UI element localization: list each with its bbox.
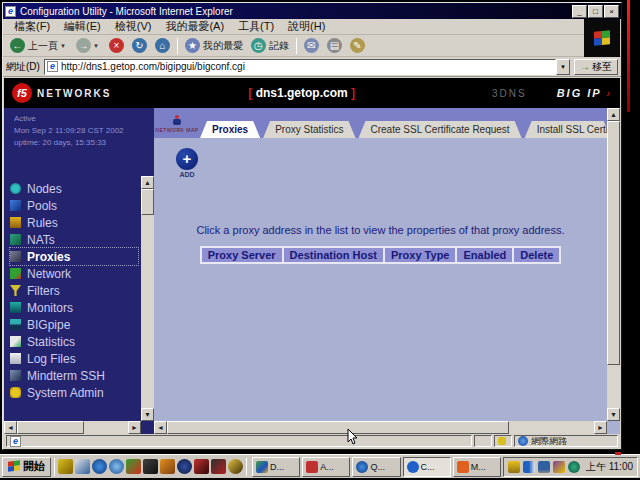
sidebar-item-monitors[interactable]: Monitors xyxy=(10,299,138,316)
scroll-up-icon[interactable]: ▲ xyxy=(141,176,154,189)
scroll-down-icon[interactable]: ▼ xyxy=(141,408,154,421)
quick-launch-icon[interactable] xyxy=(160,459,175,474)
link-3dns[interactable]: 3DNS xyxy=(492,88,527,99)
scroll-up-icon[interactable]: ▲ xyxy=(607,108,620,121)
main-horizontal-scrollbar[interactable]: ◄ ► xyxy=(154,421,607,434)
ie-logo-icon: e xyxy=(5,6,16,17)
forward-dropdown-icon[interactable]: ▼ xyxy=(93,43,99,49)
quick-launch-icon[interactable] xyxy=(109,459,124,474)
refresh-button[interactable]: ↻ xyxy=(128,37,151,54)
history-button[interactable]: ◷ 記錄 xyxy=(247,37,293,54)
task-window-button[interactable]: A... xyxy=(302,457,350,477)
task-window-button[interactable]: Q... xyxy=(352,457,400,477)
stop-button[interactable]: × xyxy=(105,37,128,54)
f5-logo-icon[interactable]: f5 xyxy=(12,83,32,103)
close-button[interactable]: × xyxy=(604,5,619,18)
mail-icon: ✉ xyxy=(304,38,319,53)
volume-icon[interactable] xyxy=(508,461,520,473)
link-bigip[interactable]: BIG IP › xyxy=(557,87,612,99)
quick-launch-icon[interactable] xyxy=(211,459,226,474)
menu-favorites[interactable]: 我的最愛(A) xyxy=(158,19,231,34)
sidebar-item-log-files[interactable]: Log Files xyxy=(10,350,138,367)
sidebar-item-filters[interactable]: Filters xyxy=(10,282,138,299)
menu-edit[interactable]: 編輯(E) xyxy=(57,19,108,34)
quick-launch-icon[interactable] xyxy=(194,459,209,474)
tab-proxy-statistics[interactable]: Proxy Statistics xyxy=(263,121,355,138)
input-language-icon[interactable] xyxy=(523,461,535,473)
maximize-button[interactable]: □ xyxy=(588,5,603,18)
quick-launch-icon[interactable] xyxy=(143,459,158,474)
date-line: Mon Sep 2 11:09:28 CST 2002 xyxy=(14,125,154,137)
status-message-pane: e xyxy=(6,435,472,447)
tab-create-ssl-certificate-request[interactable]: Create SSL Certificate Request xyxy=(359,121,522,138)
quick-launch-icon[interactable] xyxy=(228,459,243,474)
sidebar-item-nats[interactable]: NATs xyxy=(10,231,138,248)
scroll-down-icon[interactable]: ▼ xyxy=(607,408,620,421)
tray-app-icon[interactable] xyxy=(568,461,580,473)
task-window-button[interactable]: M... xyxy=(453,457,501,477)
edit-icon: ✎ xyxy=(350,38,365,53)
address-input[interactable]: e http://dns1.getop.com/bigipgui/bigconf… xyxy=(44,59,556,75)
quick-launch-icon[interactable] xyxy=(177,459,192,474)
quick-launch-icon[interactable] xyxy=(126,459,141,474)
back-dropdown-icon[interactable]: ▼ xyxy=(60,43,66,49)
sidebar-item-proxies[interactable]: Proxies xyxy=(10,248,138,265)
mouse-cursor xyxy=(347,428,359,446)
scrollbar-thumb[interactable] xyxy=(167,421,509,434)
home-button[interactable]: ⌂ xyxy=(151,37,174,54)
quick-launch-icon[interactable] xyxy=(58,459,73,474)
title-bar[interactable]: e Configuration Utility - Microsoft Inte… xyxy=(3,3,621,19)
sidebar-vertical-scrollbar[interactable]: ▲ ▼ xyxy=(141,176,154,421)
sidebar-item-bigpipe[interactable]: BIGpipe xyxy=(10,316,138,333)
menu-file[interactable]: 檔案(F) xyxy=(7,19,57,34)
sidebar-item-statistics[interactable]: Statistics xyxy=(10,333,138,350)
task-window-button-active[interactable]: C... xyxy=(403,457,451,477)
address-dropdown-button[interactable]: ▼ xyxy=(556,59,570,75)
col-enabled: Enabled xyxy=(456,247,513,263)
scroll-right-icon[interactable]: ► xyxy=(594,421,607,434)
tab-install-ssl-certificate[interactable]: Install SSL Certif xyxy=(525,121,611,138)
scrollbar-thumb[interactable] xyxy=(607,121,620,365)
scrollbar-thumb[interactable] xyxy=(141,189,154,215)
sidebar-item-rules[interactable]: Rules xyxy=(10,214,138,231)
sidebar-item-system-admin[interactable]: System Admin xyxy=(10,384,138,401)
forward-button[interactable]: → ▼ xyxy=(72,37,105,54)
sidebar-item-pools[interactable]: Pools xyxy=(10,197,138,214)
quick-launch-icon[interactable] xyxy=(92,459,107,474)
print-button[interactable]: ▤ xyxy=(323,37,346,54)
tray-app-icon[interactable] xyxy=(553,461,565,473)
sidebar-horizontal-scrollbar[interactable]: ◄ ► xyxy=(4,421,141,434)
menu-tools[interactable]: 工具(T) xyxy=(231,19,281,34)
instruction-text: Click a proxy address in the list to vie… xyxy=(154,224,607,236)
tab-proxies[interactable]: Proxies xyxy=(200,121,260,138)
display-icon[interactable] xyxy=(538,461,550,473)
scroll-left-icon[interactable]: ◄ xyxy=(4,421,17,434)
network-map-button[interactable]: NETWORK MAP xyxy=(154,110,200,138)
back-button[interactable]: ← 上一頁 ▼ xyxy=(6,37,72,54)
mail-button[interactable]: ✉ xyxy=(300,37,323,54)
add-proxy-button[interactable]: + ADD xyxy=(172,148,202,178)
menu-help[interactable]: 說明(H) xyxy=(281,19,332,34)
taskbar: 開始 D... A... Q... C... M... xyxy=(0,454,640,478)
favorites-button[interactable]: ★ 我的最愛 xyxy=(181,37,247,54)
main-vertical-scrollbar[interactable]: ▲ ▼ xyxy=(607,108,620,421)
task-window-button[interactable]: D... xyxy=(252,457,300,477)
tab-strip: NETWORK MAP Proxies Proxy Statistics Cre… xyxy=(154,108,607,138)
sidebar-item-mindterm-ssh[interactable]: Mindterm SSH xyxy=(10,367,138,384)
start-button[interactable]: 開始 xyxy=(2,457,51,477)
scroll-right-icon[interactable]: ► xyxy=(128,421,141,434)
add-icon[interactable]: + xyxy=(176,148,198,170)
pools-icon xyxy=(10,200,21,211)
browser-viewport: f5 NETWORKS [ dns1.getop.com ] 3DNS BIG … xyxy=(4,78,620,434)
sidebar-item-network[interactable]: Network xyxy=(10,265,138,282)
sidebar-item-nodes[interactable]: Nodes xyxy=(10,180,138,197)
scrollbar-thumb[interactable] xyxy=(17,421,84,434)
quick-launch-icon[interactable] xyxy=(75,459,90,474)
edit-button[interactable]: ✎ xyxy=(346,37,369,54)
menu-view[interactable]: 檢視(V) xyxy=(108,19,159,34)
go-button[interactable]: → 移至 xyxy=(574,59,618,75)
scroll-left-icon[interactable]: ◄ xyxy=(154,421,167,434)
minimize-button[interactable]: _ xyxy=(572,5,587,18)
system-admin-icon xyxy=(10,387,21,398)
refresh-icon: ↻ xyxy=(132,38,147,53)
